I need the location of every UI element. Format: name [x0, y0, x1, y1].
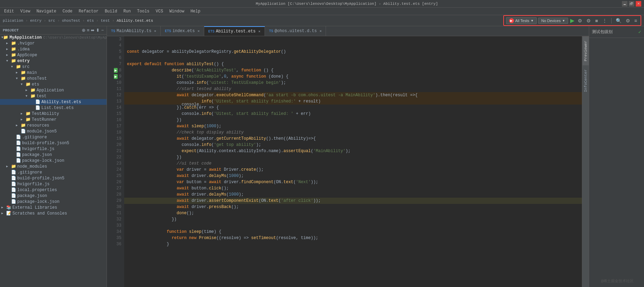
run-gutter-8[interactable]: ▶ — [114, 68, 118, 73]
tree-test[interactable]: ▼ 📁 test — [0, 93, 107, 99]
tree-local-properties[interactable]: ▶ 📄 local.properties — [0, 187, 107, 193]
tab-index[interactable]: ETS index.ets ✕ — [161, 26, 204, 36]
sidebar-minimize-icon[interactable]: − — [101, 28, 104, 33]
maximize-button[interactable]: 🗗 — [629, 1, 634, 7]
tree-testrunner[interactable]: ▶ 📁 TestRunner — [0, 117, 107, 122]
menu-navigate[interactable]: Navigate — [34, 8, 59, 14]
tree-resources[interactable]: ▶ 📁 resources — [0, 122, 107, 128]
menu-view[interactable]: View — [18, 8, 33, 14]
code-content[interactable]: const delegator = abilityDelegatorRegist… — [124, 36, 582, 287]
tree-label-appscope: AppScope — [17, 53, 37, 58]
stop-button[interactable]: ■ — [594, 17, 599, 24]
file-icon-build-profile-entry: 📄 — [16, 140, 21, 146]
icon-scratches: 📝 — [6, 211, 11, 216]
tree-package-json-root[interactable]: ▶ 📄 package.json — [0, 193, 107, 199]
menu-run[interactable]: Run — [121, 8, 134, 14]
code-line-33 — [124, 222, 582, 229]
infocenter-tab[interactable]: InfoCenter — [583, 65, 589, 96]
sidebar-expand-v-icon[interactable]: ⬍ — [96, 28, 100, 33]
folder-icon-idea: 📁 — [11, 47, 16, 52]
tree-hvigorfile-entry[interactable]: ▶ 📄 hvigorfile.js — [0, 146, 107, 152]
code-line-26: var button = await driver.findComponent(… — [124, 179, 582, 185]
menu-edit[interactable]: Edit — [1, 8, 17, 14]
tree-src[interactable]: ▼ 📁 src — [0, 64, 107, 70]
all-tests-button[interactable]: ▶ All Tests ▼ — [506, 17, 537, 24]
file-icon-gitignore-root: 📄 — [11, 170, 16, 175]
hide-toolbar-button[interactable]: ≡ — [633, 17, 638, 24]
tree-package-lock-entry[interactable]: ▶ 📄 package-lock.json — [0, 158, 107, 164]
run-button[interactable]: ▶ — [569, 17, 575, 24]
title-bar: MyApplication [C:\Users\lenovo\Desktop\M… — [0, 0, 644, 8]
title-bar-controls: 🗕 🗗 ✕ — [622, 1, 641, 7]
tree-ets[interactable]: ▼ 📁 ets — [0, 81, 107, 87]
menu-help[interactable]: Help — [188, 8, 203, 14]
tree-label-package-json-root: package.json — [17, 194, 47, 198]
minimize-button[interactable]: 🗕 — [622, 1, 627, 7]
tree-application[interactable]: ▶ 📁 Application — [0, 87, 107, 93]
run-gutter-9[interactable]: ▶ — [114, 74, 118, 79]
tab-close-index[interactable]: ✕ — [198, 29, 200, 33]
tree-external-libraries[interactable]: ▶ 📚 External Libraries — [0, 205, 107, 210]
tab-close-ability-test[interactable]: ✕ — [258, 29, 260, 33]
tree-label-build-profile-root: build-profile.json5 — [17, 176, 65, 181]
tree-scratches[interactable]: ▶ 📝 Scratches and Consoles — [0, 210, 107, 216]
tab-close-ohos-uitest[interactable]: ✕ — [319, 29, 321, 33]
tab-label-ability-test: Ability.test.ets — [216, 29, 256, 34]
tree-arrow-scratches: ▶ — [1, 211, 6, 215]
tab-mainability[interactable]: TS MainAbility.ts ✕ — [107, 26, 161, 36]
tree-arrow-idea: ▶ — [6, 47, 11, 51]
tree-idea[interactable]: ▶ 📁 .idea — [0, 46, 107, 52]
tree-gitignore-entry[interactable]: ▶ 📄 .gitignore — [0, 134, 107, 140]
menu-tools[interactable]: Tools — [134, 8, 152, 14]
tree-build-profile-entry[interactable]: ▶ 📄 build-profile.json5 — [0, 140, 107, 146]
line-num-11: 11 — [107, 86, 121, 92]
tree-testability[interactable]: ▶ 📁 TestAbility — [0, 111, 107, 117]
tree-project-root[interactable]: ▼ 📁 MyApplication C:\Users\lenovo\Deskto… — [0, 34, 107, 40]
settings-toolbar-button[interactable]: ⚙ — [624, 17, 632, 24]
tree-hvigorfile-root[interactable]: ▶ 📄 hvigorfile.js — [0, 181, 107, 187]
tree-node-modules[interactable]: ▶ 📁 node_modules — [0, 164, 107, 169]
menu-window[interactable]: Window — [167, 8, 187, 14]
tree-ohostest[interactable]: ▼ 📁 ohosTest — [0, 76, 107, 81]
settings-button-1[interactable]: ⚙ — [576, 17, 584, 24]
tree-main[interactable]: ▶ 📁 main — [0, 70, 107, 76]
tree-hvigor[interactable]: ▶ 📁 .hvigor — [0, 40, 107, 46]
settings-button-2[interactable]: ⚙ — [585, 17, 592, 24]
line-num-20: 20 — [107, 142, 121, 148]
tree-appscope[interactable]: ▶ 📁 AppScope — [0, 52, 107, 58]
search-toolbar-button[interactable]: 🔍 — [614, 17, 623, 24]
tree-build-profile-root[interactable]: ▶ 📄 build-profile.json5 — [0, 175, 107, 181]
sidebar-expand-h-icon[interactable]: ⬌ — [91, 28, 95, 33]
close-button[interactable]: ✕ — [636, 1, 641, 7]
line-num-27: 27 — [107, 185, 121, 191]
sidebar-add-icon[interactable]: ⊕ — [82, 28, 86, 33]
tree-module-json[interactable]: ▶ 📄 module.json5 — [0, 128, 107, 134]
menu-build[interactable]: Build — [102, 8, 120, 14]
tab-ohos-uitest[interactable]: TS @ohos.uitest.d.ts ✕ — [265, 26, 326, 36]
file-icon-hvigorfile-entry: 📄 — [16, 146, 21, 151]
more-button[interactable]: ⋮ — [601, 17, 608, 24]
code-editor[interactable]: 3 4 5 6 7 ▶ 8 ▶ 9 10 11 12 1 — [107, 36, 582, 287]
previewer-tab[interactable]: Previewer — [583, 36, 589, 65]
tree-ability-test-file[interactable]: ▶ 📄 Ability.test.ets — [0, 99, 107, 105]
tab-icon-ohos-uitest: TS — [269, 29, 273, 33]
sidebar-menu-icon[interactable]: ≡ — [87, 28, 90, 33]
tree-package-json-entry[interactable]: ▶ 📄 package.json — [0, 152, 107, 158]
tree-package-lock-root[interactable]: ▶ 📄 package-lock.json — [0, 199, 107, 205]
tab-ability-test[interactable]: ETS Ability.test.ets ✕ — [204, 26, 265, 36]
code-line-35: return new Promise((resolve) => setTimeo… — [124, 235, 582, 241]
tree-arrow-ohostest: ▼ — [16, 77, 21, 80]
menu-vcs[interactable]: VCS — [153, 8, 166, 14]
folder-icon-testability: 📁 — [26, 111, 31, 116]
tree-list-test-file[interactable]: ▶ 📄 List.test.ets — [0, 105, 107, 111]
menu-code[interactable]: Code — [60, 8, 75, 14]
code-line-28: await driver.delayMs(1000); — [124, 191, 582, 198]
no-devices-button[interactable]: No Devices ▼ — [538, 18, 568, 24]
tree-arrow-node-modules: ▶ — [6, 165, 11, 168]
menu-refactor[interactable]: Refactor — [76, 8, 101, 14]
tree-gitignore-root[interactable]: ▶ 📄 .gitignore — [0, 169, 107, 175]
tree-label-testability: TestAbility — [32, 111, 59, 116]
folder-icon-testrunner: 📁 — [26, 117, 31, 122]
tab-close-mainability[interactable]: ✕ — [154, 29, 156, 33]
tree-entry[interactable]: ▼ 📁 entry — [0, 58, 107, 64]
